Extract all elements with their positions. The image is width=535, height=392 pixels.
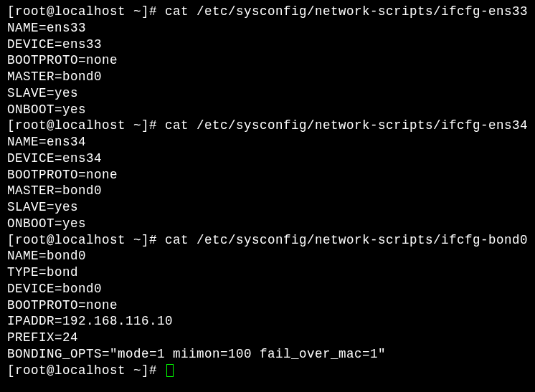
terminal-cursor bbox=[166, 364, 174, 377]
terminal-line: NAME=ens34 bbox=[7, 134, 528, 150]
terminal-line: BOOTPROTO=none bbox=[7, 167, 528, 183]
terminal-line: IPADDR=192.168.116.10 bbox=[7, 313, 528, 330]
terminal-line: NAME=bond0 bbox=[7, 248, 528, 264]
terminal-line: MASTER=bond0 bbox=[7, 69, 528, 85]
terminal-prompt-line[interactable]: [root@localhost ~]# bbox=[7, 363, 528, 379]
terminal-line: DEVICE=bond0 bbox=[7, 281, 528, 297]
terminal-line: SLAVE=yes bbox=[7, 85, 528, 102]
terminal-line: [root@localhost ~]# cat /etc/sysconfig/n… bbox=[7, 232, 528, 249]
terminal-line: NAME=ens33 bbox=[7, 20, 528, 37]
terminal-line: DEVICE=ens34 bbox=[7, 150, 528, 167]
terminal-line: BOOTPROTO=none bbox=[7, 297, 528, 314]
terminal-line: [root@localhost ~]# cat /etc/sysconfig/n… bbox=[7, 118, 528, 134]
terminal-line: PREFIX=24 bbox=[7, 330, 528, 346]
terminal-line: BOOTPROTO=none bbox=[7, 52, 528, 69]
terminal-line: MASTER=bond0 bbox=[7, 183, 528, 199]
terminal-line: [root@localhost ~]# cat /etc/sysconfig/n… bbox=[7, 4, 528, 20]
terminal-output: [root@localhost ~]# cat /etc/sysconfig/n… bbox=[7, 4, 528, 378]
terminal-line: SLAVE=yes bbox=[7, 199, 528, 216]
terminal-line: ONBOOT=yes bbox=[7, 102, 528, 118]
terminal-line: TYPE=bond bbox=[7, 264, 528, 281]
terminal-line: BONDING_OPTS="mode=1 miimon=100 fail_ove… bbox=[7, 346, 528, 363]
terminal-line: DEVICE=ens33 bbox=[7, 37, 528, 53]
terminal-line: ONBOOT=yes bbox=[7, 216, 528, 232]
terminal-prompt: [root@localhost ~]# bbox=[7, 363, 165, 378]
